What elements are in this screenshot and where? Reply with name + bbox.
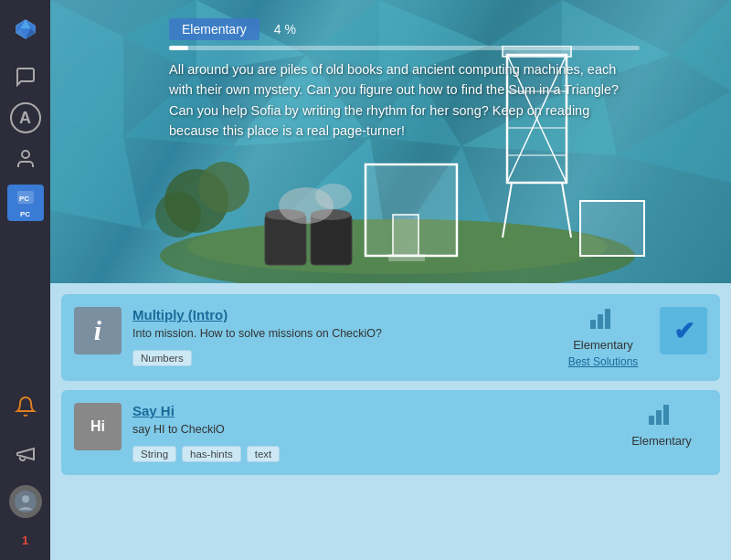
difficulty-label: Elementary (573, 338, 633, 352)
mission-title[interactable]: Say Hi (132, 403, 605, 418)
mission-difficulty: Elementary Best Solutions (557, 307, 649, 368)
sidebar: A PC PC (0, 0, 50, 560)
mission-card: i Multiply (Intro) Into mission. How to … (61, 294, 720, 381)
hero-section: Elementary 4 % All around you are piles … (50, 0, 731, 283)
mission-difficulty: Elementary (616, 403, 707, 448)
mission-description: say HI to CheckiO (132, 422, 605, 438)
progress-percent: 4 % (274, 22, 296, 37)
best-solutions-link[interactable]: Best Solutions (568, 355, 639, 368)
tag-numbers[interactable]: Numbers (132, 350, 192, 366)
logo-icon[interactable] (7, 11, 44, 48)
svg-rect-39 (393, 215, 418, 256)
user-avatar[interactable] (7, 483, 44, 520)
difficulty-bars-icon (649, 403, 674, 430)
svg-point-8 (22, 495, 29, 502)
mission-tags: Numbers (132, 350, 546, 366)
svg-point-30 (198, 162, 249, 213)
sidebar-item-chat[interactable] (7, 58, 44, 95)
progress-level: Elementary (169, 18, 260, 40)
tag-text[interactable]: text (247, 446, 281, 462)
sidebar-item-notification[interactable] (7, 388, 44, 425)
mission-list: i Multiply (Intro) Into mission. How to … (50, 283, 731, 560)
icon-text: Hi (90, 418, 105, 435)
main-content: Elementary 4 % All around you are piles … (50, 0, 731, 560)
sidebar-item-alpha[interactable]: A (10, 102, 41, 133)
svg-rect-54 (649, 416, 654, 425)
progress-bar-background (169, 46, 640, 50)
svg-rect-52 (598, 314, 603, 329)
svg-point-37 (315, 184, 352, 209)
mission-icon-info: i (74, 307, 122, 354)
svg-rect-55 (656, 410, 662, 425)
progress-label: Elementary 4 % (169, 18, 640, 40)
hero-description: All around you are piles of old books an… (169, 59, 640, 142)
difficulty-bars-icon (590, 307, 616, 334)
svg-text:PC: PC (19, 195, 29, 203)
mission-tags: String has-hints text (132, 446, 605, 462)
mission-icon-hi: Hi (74, 403, 122, 450)
svg-rect-50 (580, 201, 644, 256)
sidebar-item-ide[interactable]: PC PC (7, 185, 44, 221)
mission-description: Into mission. How to solve missions on C… (132, 326, 546, 343)
svg-rect-51 (590, 320, 596, 329)
tag-string[interactable]: String (132, 446, 176, 462)
svg-point-31 (155, 192, 201, 238)
sidebar-item-megaphone[interactable] (7, 436, 44, 472)
ide-label: PC (20, 210, 30, 218)
svg-rect-56 (663, 405, 669, 425)
mission-completed-badge: ✔ (660, 307, 707, 354)
progress-bar-fill (169, 46, 188, 50)
sidebar-item-profile[interactable] (7, 141, 44, 177)
tag-has-hints[interactable]: has-hints (182, 446, 241, 462)
progress-container: Elementary 4 % (169, 18, 640, 50)
svg-rect-53 (605, 309, 610, 329)
svg-line-49 (562, 183, 571, 238)
svg-rect-40 (388, 254, 425, 261)
icon-text: i (94, 317, 101, 344)
mission-card: Hi Say Hi say HI to CheckiO String has-h… (61, 390, 720, 475)
difficulty-label: Elementary (631, 434, 692, 448)
mission-title[interactable]: Multiply (Intro) (132, 307, 546, 322)
checkmark-icon: ✔ (673, 316, 694, 346)
svg-point-4 (22, 151, 29, 158)
page-number: 1 (7, 527, 44, 553)
mission-content: Say Hi say HI to CheckiO String has-hint… (132, 403, 605, 462)
mission-content: Multiply (Intro) Into mission. How to so… (132, 307, 546, 366)
alpha-label: A (19, 109, 31, 128)
